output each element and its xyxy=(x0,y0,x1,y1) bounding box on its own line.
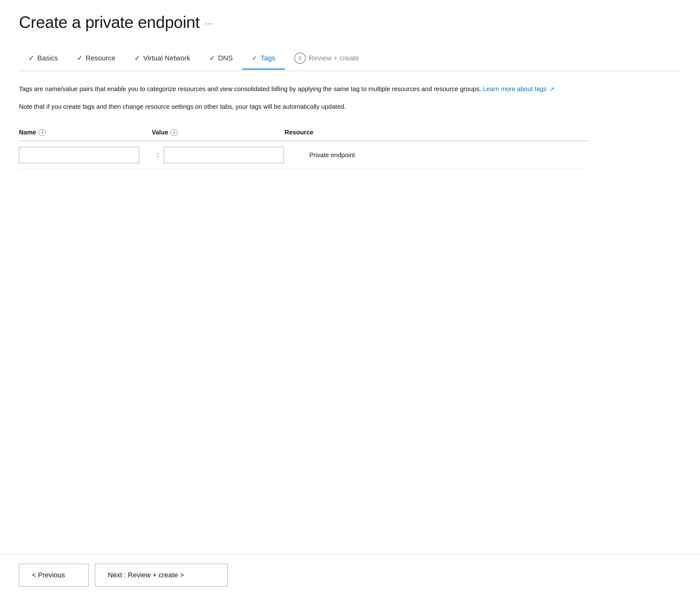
description-text: Tags are name/value pairs that enable yo… xyxy=(19,84,588,94)
tab-resource-label: Resource xyxy=(86,54,115,62)
tab-navigation: ✓ Basics ✓ Resource ✓ Virtual Network ✓ … xyxy=(19,47,681,71)
tab-virtual-network[interactable]: ✓ Virtual Network xyxy=(125,49,200,70)
learn-more-link[interactable]: Learn more about tags ↗ xyxy=(483,85,554,92)
table-row: : Private endpoint xyxy=(19,141,588,169)
col-header-resource: Resource xyxy=(285,129,588,136)
tab-dns[interactable]: ✓ DNS xyxy=(200,49,242,70)
check-icon-resource: ✓ xyxy=(77,54,82,62)
col-header-value: Value i xyxy=(152,129,285,136)
check-icon-basics: ✓ xyxy=(28,54,34,62)
tab-dns-label: DNS xyxy=(218,54,233,62)
tab-basics-label: Basics xyxy=(37,54,58,62)
page-header: Create a private endpoint ··· xyxy=(19,13,681,32)
tab-review-create-label: Review + create xyxy=(309,54,359,62)
footer: < Previous Next : Review + create > xyxy=(0,554,700,596)
value-info-icon[interactable]: i xyxy=(171,129,178,136)
main-content: Tags are name/value pairs that enable yo… xyxy=(19,84,588,596)
tag-name-input[interactable] xyxy=(19,147,139,163)
tab-basics[interactable]: ✓ Basics xyxy=(19,49,67,70)
check-icon-tags: ✓ xyxy=(252,54,257,62)
tags-table-header: Name i Value i Resource xyxy=(19,124,588,141)
tag-name-cell xyxy=(19,147,152,163)
tab-review-create[interactable]: 6 Review + create xyxy=(285,47,368,71)
more-options-icon[interactable]: ··· xyxy=(205,18,214,28)
col-header-name: Name i xyxy=(19,129,152,136)
tag-value-cell xyxy=(164,147,296,163)
tab-resource[interactable]: ✓ Resource xyxy=(67,49,125,70)
name-info-icon[interactable]: i xyxy=(38,129,46,136)
check-icon-virtual-network: ✓ xyxy=(134,54,140,62)
previous-button[interactable]: < Previous xyxy=(19,564,88,587)
tag-value-input[interactable] xyxy=(164,147,284,163)
tag-resource-label: Private endpoint xyxy=(296,151,588,159)
tab-number-review-create: 6 xyxy=(294,52,306,64)
check-icon-dns: ✓ xyxy=(209,54,215,62)
page-title: Create a private endpoint xyxy=(19,13,200,32)
tab-virtual-network-label: Virtual Network xyxy=(143,54,190,62)
tab-tags-label: Tags xyxy=(261,54,275,62)
tab-tags[interactable]: ✓ Tags xyxy=(242,49,285,70)
colon-separator: : xyxy=(157,151,159,159)
external-link-icon: ↗ xyxy=(549,86,554,92)
note-text: Note that if you create tags and then ch… xyxy=(19,102,588,112)
next-button[interactable]: Next : Review + create > xyxy=(95,564,228,587)
